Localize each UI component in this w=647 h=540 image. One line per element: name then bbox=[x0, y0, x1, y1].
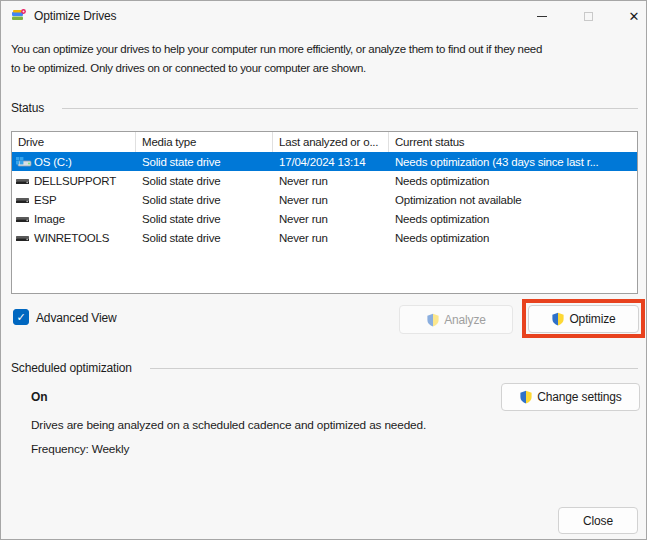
intro-text-line2: to be optimized. Only drives on or conne… bbox=[11, 62, 366, 74]
status-section-label: Status bbox=[11, 101, 44, 115]
last-analyzed-cell: 17/04/2024 13:14 bbox=[273, 152, 389, 171]
column-header-current-status[interactable]: Current status bbox=[389, 132, 637, 152]
uac-shield-icon bbox=[519, 390, 533, 404]
table-row[interactable]: DELLSUPPORTSolid state driveNever runNee… bbox=[12, 171, 637, 190]
current-status-cell: Needs optimization bbox=[389, 171, 637, 190]
status-divider bbox=[62, 108, 638, 109]
table-row[interactable]: OS (C:)Solid state drive17/04/2024 13:14… bbox=[12, 152, 637, 171]
scheduled-description: Drives are being analyzed on a scheduled… bbox=[31, 418, 426, 432]
change-settings-label: Change settings bbox=[537, 390, 621, 404]
scheduled-divider bbox=[150, 368, 638, 369]
maximize-button bbox=[565, 1, 611, 31]
media-type-cell: Solid state drive bbox=[136, 171, 273, 190]
drive-name: OS (C:) bbox=[34, 156, 72, 168]
table-row[interactable]: ESPSolid state driveNever runOptimizatio… bbox=[12, 190, 637, 209]
drive-name: WINRETOOLS bbox=[34, 232, 109, 244]
checkmark-icon: ✓ bbox=[16, 312, 25, 323]
drive-icon bbox=[15, 212, 32, 226]
table-header-row: Drive Media type Last analyzed or o... C… bbox=[12, 132, 637, 152]
scheduled-state: On bbox=[31, 390, 47, 404]
uac-shield-icon bbox=[426, 313, 440, 327]
analyze-button: Analyze bbox=[399, 305, 513, 334]
drive-table[interactable]: Drive Media type Last analyzed or o... C… bbox=[11, 131, 638, 294]
os-drive-icon bbox=[15, 155, 32, 169]
last-analyzed-cell: Never run bbox=[273, 190, 389, 209]
advanced-view-label: Advanced View bbox=[36, 311, 117, 325]
media-type-cell: Solid state drive bbox=[136, 152, 273, 171]
scheduled-frequency: Frequency: Weekly bbox=[31, 442, 129, 456]
drive-name: Image bbox=[34, 213, 65, 225]
change-settings-button[interactable]: Change settings bbox=[501, 383, 640, 411]
drive-name-cell: Image bbox=[12, 209, 136, 228]
minimize-icon bbox=[537, 16, 547, 17]
drive-icon bbox=[15, 231, 32, 245]
optimize-button-label: Optimize bbox=[569, 312, 615, 326]
close-dialog-label: Close bbox=[583, 514, 613, 528]
drive-name-cell: ESP bbox=[12, 190, 136, 209]
table-row[interactable]: WINRETOOLSSolid state driveNever runNeed… bbox=[12, 228, 637, 247]
close-window-button[interactable]: ✕ bbox=[611, 1, 647, 31]
status-section-header: Status bbox=[11, 101, 638, 115]
column-header-drive[interactable]: Drive bbox=[12, 132, 136, 152]
table-row[interactable]: ImageSolid state driveNever runNeeds opt… bbox=[12, 209, 637, 228]
current-status-cell: Needs optimization bbox=[389, 209, 637, 228]
media-type-cell: Solid state drive bbox=[136, 228, 273, 247]
titlebar: Optimize Drives ✕ bbox=[1, 1, 646, 32]
media-type-cell: Solid state drive bbox=[136, 209, 273, 228]
drive-icon bbox=[15, 193, 32, 207]
column-header-media-type[interactable]: Media type bbox=[136, 132, 273, 152]
intro-text-line1: You can optimize your drives to help you… bbox=[11, 43, 542, 55]
analyze-button-label: Analyze bbox=[444, 313, 486, 327]
drive-name-cell: OS (C:) bbox=[12, 152, 136, 171]
scheduled-section-header: Scheduled optimization bbox=[11, 361, 638, 375]
drive-name: DELLSUPPORT bbox=[34, 175, 116, 187]
optimize-button[interactable]: Optimize bbox=[528, 305, 639, 333]
last-analyzed-cell: Never run bbox=[273, 171, 389, 190]
media-type-cell: Solid state drive bbox=[136, 190, 273, 209]
drive-table-body: OS (C:)Solid state drive17/04/2024 13:14… bbox=[12, 152, 637, 247]
advanced-view-checkbox[interactable]: ✓ bbox=[13, 309, 29, 325]
current-status-cell: Needs optimization (43 days since last r… bbox=[389, 152, 637, 171]
drive-icon bbox=[15, 174, 32, 188]
scheduled-section-label: Scheduled optimization bbox=[11, 361, 132, 375]
uac-shield-icon bbox=[551, 312, 565, 326]
last-analyzed-cell: Never run bbox=[273, 228, 389, 247]
last-analyzed-cell: Never run bbox=[273, 209, 389, 228]
drive-name: ESP bbox=[34, 194, 56, 206]
maximize-icon bbox=[584, 12, 593, 21]
optimize-drives-app-icon bbox=[11, 8, 27, 24]
minimize-button[interactable] bbox=[519, 1, 565, 31]
window-title: Optimize Drives bbox=[34, 9, 116, 23]
close-icon: ✕ bbox=[629, 9, 640, 24]
drive-name-cell: WINRETOOLS bbox=[12, 228, 136, 247]
current-status-cell: Needs optimization bbox=[389, 228, 637, 247]
current-status-cell: Optimization not available bbox=[389, 190, 637, 209]
drive-name-cell: DELLSUPPORT bbox=[12, 171, 136, 190]
close-dialog-button[interactable]: Close bbox=[558, 507, 638, 534]
column-header-last-analyzed[interactable]: Last analyzed or o... bbox=[273, 132, 389, 152]
